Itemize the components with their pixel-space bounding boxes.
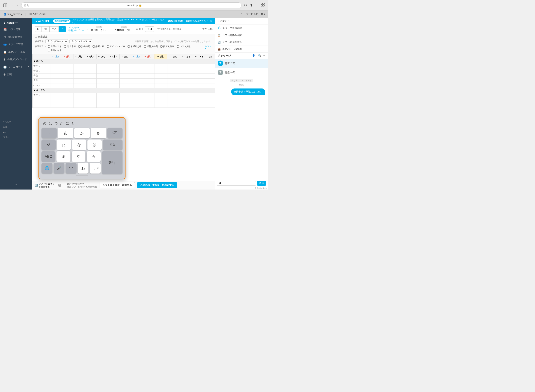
key-punct[interactable]: 、。?! xyxy=(90,163,101,173)
cell[interactable] xyxy=(120,98,131,103)
cell[interactable] xyxy=(120,74,131,79)
address-bar[interactable]: ああ airshift.jp 🔒 xyxy=(21,2,242,8)
cell[interactable] xyxy=(85,74,97,79)
cell[interactable] xyxy=(180,64,193,69)
cell[interactable] xyxy=(131,74,143,79)
cell[interactable] xyxy=(143,74,154,79)
cell[interactable] xyxy=(97,98,108,103)
suggest-5[interactable]: に xyxy=(66,121,69,126)
cell[interactable] xyxy=(120,64,131,69)
cell[interactable] xyxy=(143,69,154,74)
cell[interactable] xyxy=(73,69,85,74)
back-btn[interactable]: ‹ xyxy=(10,3,14,8)
search-messages-btn[interactable]: 🔍 xyxy=(258,54,261,57)
add-contact-btn[interactable]: 👤+ xyxy=(252,54,257,57)
cell[interactable] xyxy=(180,98,193,103)
cell[interactable] xyxy=(108,64,120,69)
cell[interactable] xyxy=(154,69,167,74)
suggest-1[interactable]: の xyxy=(43,121,46,126)
key-abc[interactable]: ABC xyxy=(42,151,55,162)
cell[interactable] xyxy=(206,74,215,79)
contact-ichiro[interactable]: 青 青空 一郎 xyxy=(215,68,268,77)
sidebar-item-settings[interactable]: ⚙ 設定 xyxy=(0,71,33,78)
key-ma[interactable]: ま xyxy=(56,151,70,162)
cell[interactable] xyxy=(193,64,206,69)
cell[interactable] xyxy=(108,93,120,98)
checkbox-required[interactable]: 必要人数 xyxy=(93,45,104,48)
checkbox-icon[interactable]: アイコン・メモ xyxy=(107,45,125,48)
cell[interactable] xyxy=(193,98,206,103)
today-btn[interactable]: 今日 xyxy=(145,26,154,32)
cell[interactable] xyxy=(85,69,97,74)
key-ta[interactable]: た xyxy=(57,140,71,150)
checkbox-hours[interactable]: 労働時間 xyxy=(78,45,90,48)
tab-account[interactable]: 👤 test_aozora ▾ xyxy=(2,12,24,16)
cell[interactable] xyxy=(85,93,97,98)
cell[interactable] xyxy=(131,84,143,88)
cell[interactable] xyxy=(85,64,97,69)
sidebar-item-timecard[interactable]: 🕐 タイムカード ↗ xyxy=(0,63,33,71)
cell[interactable] xyxy=(108,103,120,108)
cell[interactable] xyxy=(108,84,120,88)
cell[interactable] xyxy=(143,98,154,103)
sidebar-item-shift[interactable]: 📅 シフト管理 xyxy=(0,26,33,33)
cell[interactable] xyxy=(120,79,131,84)
key-mic[interactable]: 🎤 xyxy=(54,163,65,173)
notif-shift-approval[interactable]: 📋 シフト調整の承認 xyxy=(215,32,268,39)
key-enter[interactable]: 改行 xyxy=(102,151,122,174)
tab-week[interactable]: 週 xyxy=(42,26,49,32)
key-globe[interactable]: 🌐 xyxy=(42,163,52,173)
checkbox-labor-rate[interactable]: 振算人件率 xyxy=(160,45,174,48)
cell[interactable] xyxy=(97,74,108,79)
tabs-btn[interactable] xyxy=(260,2,265,9)
cell[interactable] xyxy=(50,64,62,69)
key-na[interactable]: な xyxy=(72,140,86,150)
cell[interactable] xyxy=(180,93,193,98)
cell[interactable] xyxy=(154,84,167,88)
cell[interactable] xyxy=(97,93,108,98)
tab-month[interactable]: 月 xyxy=(59,26,66,32)
new-tab-btn[interactable]: + xyxy=(255,2,259,8)
cell[interactable] xyxy=(143,84,154,88)
cell[interactable] xyxy=(193,79,206,84)
cell[interactable] xyxy=(167,93,180,98)
banner-close-btn[interactable]: ✕ xyxy=(210,19,213,23)
confirm-drafts-btn[interactable]: この月の下書きを一括確定する xyxy=(137,182,177,188)
cell[interactable] xyxy=(180,74,193,79)
cell[interactable] xyxy=(73,93,85,98)
cell[interactable] xyxy=(73,64,85,69)
cell[interactable] xyxy=(85,79,97,84)
tab-store[interactable]: Airカフェ3 ▾ xyxy=(28,12,48,16)
chat-send-btn[interactable]: 送信 xyxy=(257,181,266,186)
sidebar-item-download[interactable]: ⬇ 各種ダウンロード xyxy=(0,56,33,63)
contact-jiro[interactable]: 青 青空 二郎 xyxy=(215,59,268,68)
cell[interactable] xyxy=(180,103,193,108)
cell[interactable] xyxy=(154,64,167,69)
checkbox-kibou-rate[interactable]: 希望叶え率 xyxy=(128,45,141,48)
cell[interactable] xyxy=(154,79,167,84)
cell[interactable] xyxy=(85,103,97,108)
banner-link[interactable]: 継続利用（有料）のお申込みはこちら ↗ xyxy=(168,20,209,23)
key-wa[interactable]: わ xyxy=(78,163,89,173)
cell[interactable] xyxy=(206,93,215,98)
cell[interactable] xyxy=(167,64,180,69)
notif-staff[interactable]: スタッフ連携承認 xyxy=(215,25,268,32)
cell[interactable] xyxy=(97,84,108,88)
key-space[interactable]: 空白 xyxy=(103,140,122,150)
tab-day[interactable]: 日 xyxy=(35,26,42,32)
filter-staff-select[interactable]: 全てのスタッフ xyxy=(70,39,92,43)
cell[interactable] xyxy=(108,69,120,74)
cell[interactable] xyxy=(131,69,143,74)
cell[interactable] xyxy=(167,84,180,88)
cell[interactable] xyxy=(167,79,180,84)
cell[interactable] xyxy=(180,69,193,74)
cell[interactable] xyxy=(193,93,206,98)
tab-halfmonth[interactable]: 半月 xyxy=(49,26,59,32)
cell[interactable] xyxy=(50,93,62,98)
cell[interactable] xyxy=(131,98,143,103)
cell[interactable] xyxy=(120,69,131,74)
chat-input[interactable] xyxy=(217,181,256,186)
cell[interactable] xyxy=(193,69,206,74)
share-print-btn[interactable]: シフト表を共有・印刷する xyxy=(100,182,135,188)
cell[interactable] xyxy=(120,103,131,108)
